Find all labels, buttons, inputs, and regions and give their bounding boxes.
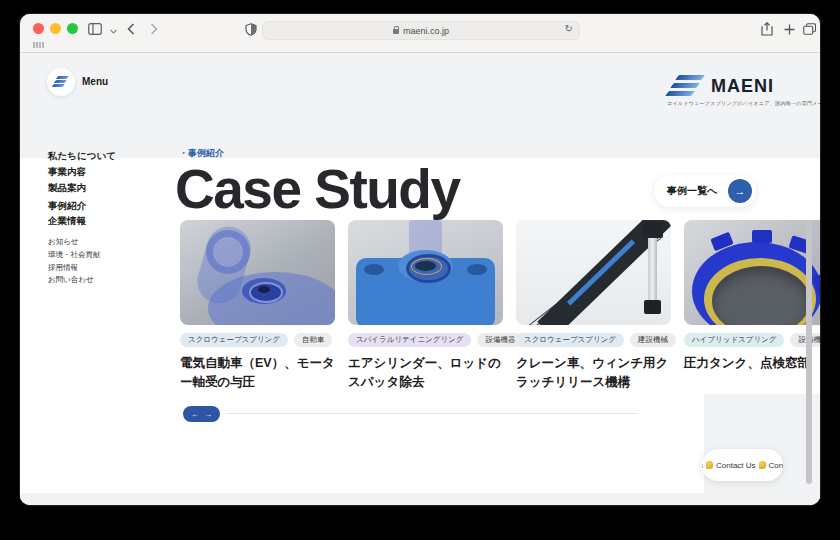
forward-button-icon[interactable] [145,20,163,38]
marquee-text: s [702,461,703,470]
bookmarks-bar-icon[interactable] [33,42,44,48]
case-card-1-image[interactable] [180,220,335,325]
sidebar-item-company[interactable]: 企業情報 [48,215,86,228]
tag-product[interactable]: スパイラルリテイニングリング [348,333,471,347]
page-scrollbar-thumb[interactable] [806,222,812,484]
sidebar-item-cases[interactable]: 事例紹介 [48,200,86,213]
marquee-text: Contac [769,461,783,470]
case-card-4-title[interactable]: 圧力タンク、点検窓部 [684,354,820,373]
minimize-window-button[interactable] [50,23,61,34]
page-title: Case Study [175,157,460,221]
tag-product[interactable]: スクロウェーブスプリング [516,333,624,347]
sidebar-item-contact-nav[interactable]: お問い合わせ [48,275,94,285]
case-card-3: スクロウェーブスプリング 建設機械 クレーン車、ウィンチ用クラッチリリース機構 [516,220,671,325]
case-card-1: スクロウェーブスプリング 自動車 電気自動車（EV）、モーター軸受の与圧 [180,220,335,325]
tag-product[interactable]: スクロウェーブスプリング [180,333,288,347]
address-bar[interactable]: maeni.co.jp ↻ [262,21,580,40]
sidebar-chevron-down-icon[interactable] [104,22,122,40]
tag-product[interactable]: ハイブリッドスプリング [684,333,784,347]
maeni-logo-mark-icon [53,76,69,88]
sidebar-item-about[interactable]: 私たちについて [48,150,116,163]
logo-tagline: コイルドウェーブスプリングのパイオニア、国内唯一の専門メーカー [667,100,807,106]
share-icon[interactable] [758,20,776,38]
browser-window: maeni.co.jp ↻ Menu 私たちについて 事業内容 製品案内 事例紹… [20,14,820,505]
case-card-2: スパイラルリテイニングリング 設備機器 エアシリンダー、ロッドのスパッタ除去 [348,220,503,325]
case-card-1-title[interactable]: 電気自動車（EV）、モーター軸受の与圧 [180,354,335,393]
maeni-stripes-icon [667,75,705,97]
sidebar-item-csr[interactable]: 環境・社会貢献 [48,250,101,260]
contact-us-button[interactable]: s Contact Us Contac [702,449,783,481]
webpage-viewport: Menu 私たちについて 事業内容 製品案内 事例紹介 企業情報 お知らせ 環境… [20,53,820,505]
back-button-icon[interactable] [122,20,140,38]
contact-marquee: s Contact Us Contac [702,461,783,470]
url-text: maeni.co.jp [403,26,449,36]
case-card-2-image[interactable] [348,220,503,325]
case-list-button[interactable]: 事例一覧へ → [654,175,756,207]
marquee-text: Contact Us [716,461,756,470]
tab-overview-icon[interactable] [800,20,818,38]
sidebar-item-business[interactable]: 事業内容 [48,166,86,179]
privacy-shield-icon[interactable] [242,20,260,38]
hand-emoji-icon [706,461,713,469]
carousel-progress-track [226,413,638,414]
tls-lock-icon [393,29,399,34]
hand-emoji-icon [759,461,766,469]
tag-industry[interactable]: 自動車 [294,333,333,347]
zoom-window-button[interactable] [67,23,78,34]
next-arrow-icon[interactable]: → [204,410,212,419]
logo-wordmark: MAENI [711,76,774,97]
case-card-2-title[interactable]: エアシリンダー、ロッドのスパッタ除去 [348,354,503,393]
menu-button-label[interactable]: Menu [82,76,108,87]
close-window-button[interactable] [33,23,44,34]
new-tab-plus-icon[interactable] [780,20,798,38]
sidebar-item-recruit[interactable]: 採用情報 [48,263,78,273]
reload-icon[interactable]: ↻ [565,23,573,34]
menu-button[interactable] [47,68,75,96]
arrow-right-icon: → [728,179,752,203]
case-card-4: ハイブリッドスプリング 設備機器 圧力タンク、点検窓部 [684,220,820,325]
next-section-strip [20,493,820,505]
prev-arrow-icon[interactable]: ← [191,410,199,419]
tag-industry[interactable]: 建設機械 [630,333,676,347]
carousel-pager[interactable]: ← → [183,406,220,422]
sidebar-item-products[interactable]: 製品案内 [48,182,86,195]
case-card-4-image[interactable] [684,220,820,325]
browser-toolbar: maeni.co.jp ↻ [20,14,820,53]
sidebar-item-news[interactable]: お知らせ [48,237,79,247]
site-logo[interactable]: MAENI コイルドウェーブスプリングのパイオニア、国内唯一の専門メーカー [667,75,807,106]
sidebar-toggle-icon[interactable] [86,20,104,38]
case-card-3-title[interactable]: クレーン車、ウィンチ用クラッチリリース機構 [516,354,671,393]
case-list-button-label: 事例一覧へ [667,184,717,198]
case-card-3-image[interactable] [516,220,671,325]
